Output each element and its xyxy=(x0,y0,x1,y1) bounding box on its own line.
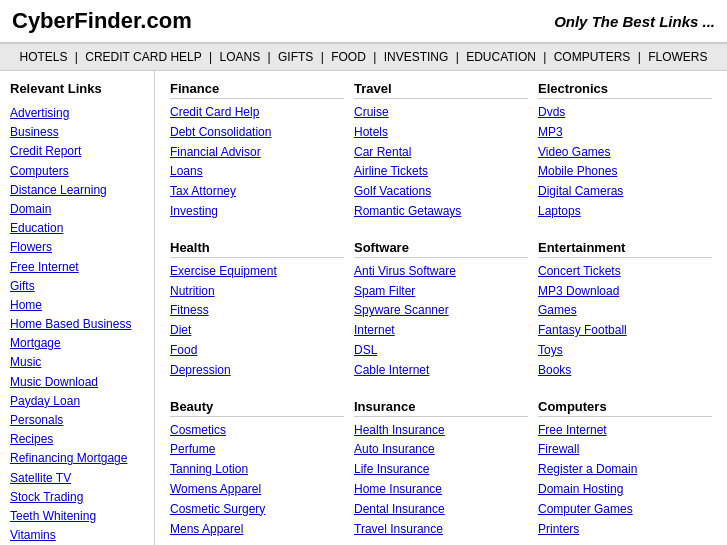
nav-item-education[interactable]: EDUCATION xyxy=(466,50,536,64)
category-link-laptops[interactable]: Laptops xyxy=(538,202,712,222)
category-link-games[interactable]: Games xyxy=(538,301,712,321)
category-link-womens-apparel[interactable]: Womens Apparel xyxy=(170,480,344,500)
sidebar-link-recipes[interactable]: Recipes xyxy=(10,430,144,449)
sidebar-link-satellite-tv[interactable]: Satellite TV xyxy=(10,469,144,488)
category-link-spyware-scanner[interactable]: Spyware Scanner xyxy=(354,301,528,321)
category-link-financial-advisor[interactable]: Financial Advisor xyxy=(170,143,344,163)
sidebar-link-payday-loan[interactable]: Payday Loan xyxy=(10,392,144,411)
category-title: Health xyxy=(170,240,344,258)
category-link-tax-attorney[interactable]: Tax Attorney xyxy=(170,182,344,202)
category-software: SoftwareAnti Virus SoftwareSpam FilterSp… xyxy=(354,240,528,381)
sidebar-link-business[interactable]: Business xyxy=(10,123,144,142)
category-health: HealthExercise EquipmentNutritionFitness… xyxy=(170,240,344,381)
category-link-internet[interactable]: Internet xyxy=(354,321,528,341)
category-link-mobile-phones[interactable]: Mobile Phones xyxy=(538,162,712,182)
category-link-fitness[interactable]: Fitness xyxy=(170,301,344,321)
category-link-perfume[interactable]: Perfume xyxy=(170,440,344,460)
category-title: Travel xyxy=(354,81,528,99)
category-link-mens-apparel[interactable]: Mens Apparel xyxy=(170,520,344,540)
sidebar-link-education[interactable]: Education xyxy=(10,219,144,238)
nav-item-computers[interactable]: COMPUTERS xyxy=(554,50,631,64)
category-link-anti-virus-software[interactable]: Anti Virus Software xyxy=(354,262,528,282)
category-link-printers[interactable]: Printers xyxy=(538,520,712,540)
category-link-airline-tickets[interactable]: Airline Tickets xyxy=(354,162,528,182)
category-link-free-internet[interactable]: Free Internet xyxy=(538,421,712,441)
category-link-nutrition[interactable]: Nutrition xyxy=(170,282,344,302)
category-link-home-insurance[interactable]: Home Insurance xyxy=(354,480,528,500)
category-link-dental-insurance[interactable]: Dental Insurance xyxy=(354,500,528,520)
category-link-auto-insurance[interactable]: Auto Insurance xyxy=(354,440,528,460)
category-link-spam-filter[interactable]: Spam Filter xyxy=(354,282,528,302)
nav-separator: | xyxy=(540,50,550,64)
sidebar-link-personals[interactable]: Personals xyxy=(10,411,144,430)
category-title: Insurance xyxy=(354,399,528,417)
category-link-travel-insurance[interactable]: Travel Insurance xyxy=(354,520,528,540)
category-link-cosmetic-surgery[interactable]: Cosmetic Surgery xyxy=(170,500,344,520)
category-link-video-games[interactable]: Video Games xyxy=(538,143,712,163)
category-link-car-rental[interactable]: Car Rental xyxy=(354,143,528,163)
category-link-food[interactable]: Food xyxy=(170,341,344,361)
sidebar-link-home[interactable]: Home xyxy=(10,296,144,315)
category-link-domain-hosting[interactable]: Domain Hosting xyxy=(538,480,712,500)
category-link-tanning-lotion[interactable]: Tanning Lotion xyxy=(170,460,344,480)
nav-separator: | xyxy=(452,50,462,64)
nav-item-gifts[interactable]: GIFTS xyxy=(278,50,313,64)
category-link-dvds[interactable]: Dvds xyxy=(538,103,712,123)
category-link-depression[interactable]: Depression xyxy=(170,361,344,381)
sidebar-link-domain[interactable]: Domain xyxy=(10,200,144,219)
sidebar-link-computers[interactable]: Computers xyxy=(10,162,144,181)
sidebar-link-music[interactable]: Music xyxy=(10,353,144,372)
main-content: Relevant Links AdvertisingBusinessCredit… xyxy=(0,71,727,545)
sidebar-link-vitamins[interactable]: Vitamins xyxy=(10,526,144,545)
sidebar-link-teeth-whitening[interactable]: Teeth Whitening xyxy=(10,507,144,526)
sidebar-link-home-based-business[interactable]: Home Based Business xyxy=(10,315,144,334)
sidebar-link-distance-learning[interactable]: Distance Learning xyxy=(10,181,144,200)
nav-item-flowers[interactable]: FLOWERS xyxy=(648,50,707,64)
sidebar-link-free-internet[interactable]: Free Internet xyxy=(10,258,144,277)
nav-separator: | xyxy=(206,50,216,64)
category-link-credit-card-help[interactable]: Credit Card Help xyxy=(170,103,344,123)
category-link-firewall[interactable]: Firewall xyxy=(538,440,712,460)
category-link-computer-games[interactable]: Computer Games xyxy=(538,500,712,520)
category-link-mp3-download[interactable]: MP3 Download xyxy=(538,282,712,302)
category-link-diet[interactable]: Diet xyxy=(170,321,344,341)
nav-separator: | xyxy=(71,50,81,64)
category-link-dsl[interactable]: DSL xyxy=(354,341,528,361)
category-link-debt-consolidation[interactable]: Debt Consolidation xyxy=(170,123,344,143)
nav-item-credit-card-help[interactable]: CREDIT CARD HELP xyxy=(85,50,201,64)
category-link-hotels[interactable]: Hotels xyxy=(354,123,528,143)
category-entertainment: EntertainmentConcert TicketsMP3 Download… xyxy=(538,240,712,381)
nav-item-hotels[interactable]: HOTELS xyxy=(19,50,67,64)
category-link-concert-tickets[interactable]: Concert Tickets xyxy=(538,262,712,282)
category-link-exercise-equipment[interactable]: Exercise Equipment xyxy=(170,262,344,282)
category-link-fantasy-football[interactable]: Fantasy Football xyxy=(538,321,712,341)
category-link-investing[interactable]: Investing xyxy=(170,202,344,222)
category-link-mp3[interactable]: MP3 xyxy=(538,123,712,143)
category-link-romantic-getaways[interactable]: Romantic Getaways xyxy=(354,202,528,222)
category-link-golf-vacations[interactable]: Golf Vacations xyxy=(354,182,528,202)
category-grid: FinanceCredit Card HelpDebt Consolidatio… xyxy=(170,81,712,545)
category-link-loans[interactable]: Loans xyxy=(170,162,344,182)
category-travel: TravelCruiseHotelsCar RentalAirline Tick… xyxy=(354,81,528,222)
category-link-register-a-domain[interactable]: Register a Domain xyxy=(538,460,712,480)
sidebar-link-flowers[interactable]: Flowers xyxy=(10,238,144,257)
sidebar-link-credit-report[interactable]: Credit Report xyxy=(10,142,144,161)
category-link-health-insurance[interactable]: Health Insurance xyxy=(354,421,528,441)
category-link-cable-internet[interactable]: Cable Internet xyxy=(354,361,528,381)
category-link-toys[interactable]: Toys xyxy=(538,341,712,361)
sidebar-link-music-download[interactable]: Music Download xyxy=(10,373,144,392)
sidebar-link-mortgage[interactable]: Mortgage xyxy=(10,334,144,353)
nav-item-investing[interactable]: INVESTING xyxy=(384,50,449,64)
nav-item-loans[interactable]: LOANS xyxy=(220,50,261,64)
sidebar-link-gifts[interactable]: Gifts xyxy=(10,277,144,296)
category-finance: FinanceCredit Card HelpDebt Consolidatio… xyxy=(170,81,344,222)
category-link-cruise[interactable]: Cruise xyxy=(354,103,528,123)
category-link-cosmetics[interactable]: Cosmetics xyxy=(170,421,344,441)
category-link-books[interactable]: Books xyxy=(538,361,712,381)
category-link-life-insurance[interactable]: Life Insurance xyxy=(354,460,528,480)
nav-item-food[interactable]: FOOD xyxy=(331,50,366,64)
category-link-digital-cameras[interactable]: Digital Cameras xyxy=(538,182,712,202)
sidebar-link-advertising[interactable]: Advertising xyxy=(10,104,144,123)
sidebar-link-refinancing-mortgage[interactable]: Refinancing Mortgage xyxy=(10,449,144,468)
sidebar-link-stock-trading[interactable]: Stock Trading xyxy=(10,488,144,507)
